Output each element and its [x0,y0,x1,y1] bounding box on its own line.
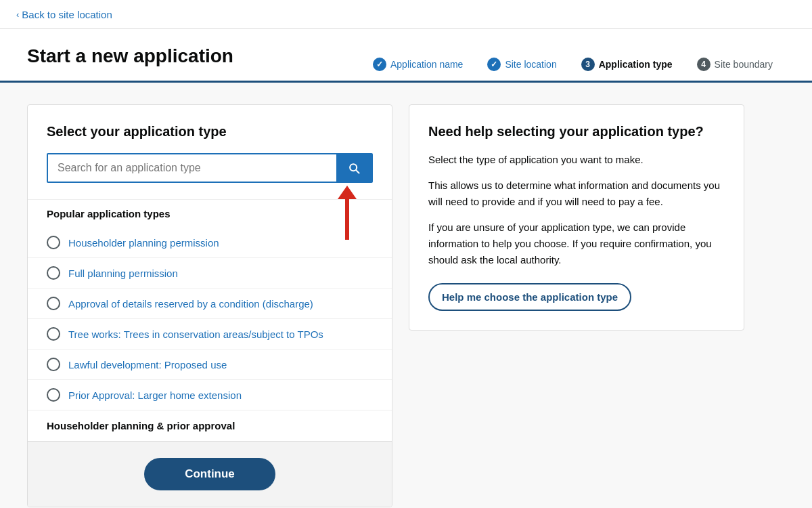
list-item: Approval of details reserved by a condit… [28,288,392,318]
right-card-title: Need help selecting your application typ… [428,124,725,140]
radio-label-full-planning[interactable]: Full planning permission [68,268,178,279]
step-site-location: ✓ Site location [475,51,568,83]
right-card: Need help selecting your application typ… [409,104,744,331]
arrow-shaft [345,199,349,240]
step-label-site-location: Site location [505,59,556,70]
bottom-section-label: Householder planning & prior approval [28,410,392,441]
right-card-para1: Select the type of application you want … [428,152,725,168]
continue-row: Continue [28,441,392,507]
radio-label-householder-planning[interactable]: Householder planning permission [68,237,219,249]
step-icon-site-boundary: 4 [697,58,710,71]
step-icon-application-name: ✓ [373,58,386,71]
step-label-application-name: Application name [390,59,463,70]
search-button[interactable] [336,154,371,182]
search-icon [347,161,361,175]
page-header: Start a new application ✓ Application na… [0,29,812,83]
back-link[interactable]: ‹ Back to site location [16,9,112,20]
arrow-head [338,186,357,199]
radio-lawful-development[interactable] [47,358,60,371]
red-arrow [338,186,357,240]
radio-list: Householder planning permission Full pla… [28,228,392,410]
top-nav: ‹ Back to site location [0,0,812,29]
list-item: Tree works: Trees in conservation areas/… [28,318,392,349]
main-content: Select your application type Popular a [0,83,771,508]
radio-full-planning[interactable] [47,266,60,280]
select-app-type-title: Select your application type [47,124,373,140]
list-item: Full planning permission [28,257,392,288]
radio-label-approval-details[interactable]: Approval of details reserved by a condit… [68,298,313,310]
step-icon-site-location: ✓ [487,58,501,71]
step-application-type: 3 Application type [569,51,685,83]
left-card-inner: Select your application type [28,105,392,183]
search-input[interactable] [48,154,336,182]
page-title: Start a new application [27,45,233,67]
stepper: ✓ Application name ✓ Site location 3 App… [361,51,785,81]
left-card: Select your application type Popular a [27,104,392,507]
list-item: Prior Approval: Larger home extension [28,379,392,410]
radio-tree-works[interactable] [47,327,60,341]
step-label-site-boundary: Site boundary [715,59,773,70]
search-row [47,153,373,183]
step-label-application-type: Application type [599,59,673,70]
list-item: Lawful development: Proposed use [28,349,392,379]
step-site-boundary: 4 Site boundary [685,51,785,83]
right-card-para2: This allows us to determine what informa… [428,177,725,210]
back-chevron-icon: ‹ [16,9,19,20]
radio-approval-details[interactable] [47,297,60,310]
step-application-name: ✓ Application name [361,51,475,83]
help-choose-button[interactable]: Help me choose the application type [428,283,631,311]
back-link-label: Back to site location [22,9,112,20]
radio-prior-approval[interactable] [47,388,60,402]
radio-label-lawful-development[interactable]: Lawful development: Proposed use [68,359,227,371]
radio-householder-planning[interactable] [47,236,60,249]
radio-label-tree-works[interactable]: Tree works: Trees in conservation areas/… [68,329,323,340]
continue-button[interactable]: Continue [144,458,275,490]
step-icon-application-type: 3 [581,58,595,71]
radio-label-prior-approval[interactable]: Prior Approval: Larger home extension [68,389,242,401]
right-card-para3: If you are unsure of your application ty… [428,219,725,268]
